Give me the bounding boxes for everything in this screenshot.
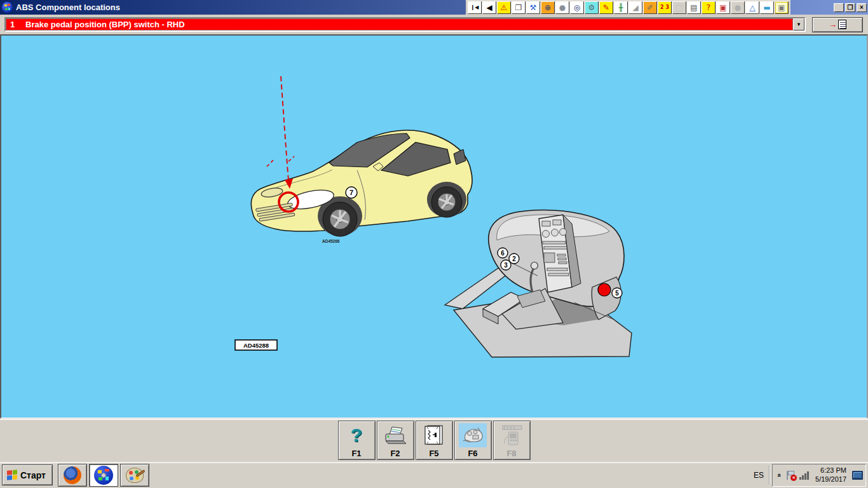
f5-wiring-diagrams-button[interactable]: F5 (416, 421, 453, 460)
warning-icon: ⚠ (501, 4, 508, 11)
svg-text:2: 2 (512, 255, 516, 262)
dashboard-illustration: 6 2 3 5 (445, 210, 632, 357)
window-title: ABS Component locations (16, 3, 120, 12)
globe-button[interactable]: ⊕ (541, 1, 555, 14)
marker-pen-button[interactable]: ✎ (599, 1, 613, 14)
gears-icon: ⚙ (588, 4, 595, 11)
start-label: Старт (20, 470, 46, 480)
printer-icon (383, 425, 407, 445)
vehicle-view-button[interactable]: ▬ (760, 1, 774, 14)
vehicle-lift-icon: ╫ (618, 4, 623, 11)
tray-divider (769, 466, 770, 485)
callout-3: 3 (501, 260, 511, 270)
alert-x-badge: × (790, 475, 797, 481)
warning-button[interactable]: ⚠ (497, 1, 511, 14)
network-signal-icon[interactable] (799, 471, 809, 480)
tray-box: « × 6:23 PM 5/19/2017 (772, 464, 866, 487)
app-icon (2, 2, 13, 13)
ramp-button[interactable]: ◢ (628, 1, 642, 14)
screwdriver-icon: ✐ (647, 4, 653, 11)
gears-button[interactable]: ⚙ (585, 1, 599, 14)
nav-first-icon: ❙◀ (471, 5, 479, 10)
mouse-button[interactable]: ● (555, 1, 569, 14)
abs-warning-sign-icon: △ (749, 4, 755, 11)
f8-datalogger-button: F8 (493, 421, 531, 460)
callout-7: 7 (346, 187, 357, 198)
f6-label: F6 (468, 449, 477, 458)
restore-button[interactable]: ❐ (845, 3, 855, 12)
nav-back-button[interactable]: ◀ (482, 1, 496, 14)
car-inspect-icon: ▤ (690, 4, 697, 11)
counter-23-icon: 2 3 (660, 5, 669, 10)
minimize-button[interactable]: _ (834, 3, 844, 12)
abs-warning-sign-button[interactable]: △ (745, 1, 759, 14)
f6-component-locations-button[interactable]: F6 (454, 421, 492, 460)
nav-back-icon: ◀ (486, 4, 492, 11)
car-illustration: 7 AD45266 (251, 76, 472, 243)
dropdown-arrow-button[interactable]: ▼ (793, 18, 804, 30)
f2-print-button[interactable]: F2 (377, 421, 414, 460)
callout-6: 6 (498, 248, 508, 258)
vehicle-lift-button[interactable]: ╫ (614, 1, 628, 14)
tray-time: 6:23 PM (820, 466, 846, 474)
empty-slot-icon: □ (675, 4, 682, 11)
f8-label: F8 (506, 449, 516, 458)
counter-23-button[interactable]: 2 3 (658, 1, 672, 14)
quick-launch (58, 464, 149, 487)
window-controls: _ ❐ × (834, 3, 867, 12)
steering-wheel-icon: ◎ (574, 4, 580, 11)
chevron-down-icon: ▼ (796, 22, 801, 27)
tools-button[interactable]: ⚒ (526, 1, 540, 14)
taskbar: Старт ES « × 6:23 PM 5/1 (0, 462, 868, 488)
device-active-button[interactable]: ▣ (775, 1, 789, 14)
language-indicator[interactable]: ES (749, 471, 769, 480)
f5-label: F5 (429, 449, 438, 458)
wheel-disabled-button: ● (731, 1, 745, 14)
minimize-icon: _ (837, 6, 841, 12)
component-dropdown[interactable]: 1 Brake pedal position (BPP) switch - RH… (4, 17, 806, 32)
component-locations-icon (460, 424, 485, 447)
component-label: Brake pedal position (BPP) switch - RHD (25, 20, 185, 29)
clock[interactable]: 6:23 PM 5/19/2017 (813, 466, 846, 484)
function-key-bar: ? F1 F2 F5 (0, 419, 868, 462)
copy-view-button[interactable]: ❐ (512, 1, 526, 14)
ramp-icon: ◢ (632, 4, 638, 11)
hide-icons-chevron[interactable]: « (776, 473, 783, 477)
security-alert-flag-icon[interactable]: × (785, 470, 796, 480)
paint-palette-icon (126, 468, 144, 483)
front-wheel (323, 202, 357, 236)
titlebar: ABS Component locations ❙◀◀⚠❐⚒⊕●◎⚙✎╫◢✐2 … (0, 0, 868, 15)
component-location-figure: 7 AD45266 (1, 36, 867, 417)
empty-slot-button: □ (672, 1, 686, 14)
f1-help-button[interactable]: ? F1 (338, 421, 376, 460)
f2-label: F2 (390, 449, 400, 458)
paint-taskbar-button[interactable] (120, 464, 149, 487)
steering-wheel-button[interactable]: ◎ (570, 1, 584, 14)
help-vehicle-button[interactable]: ? (702, 1, 715, 14)
svg-text:AD45288: AD45288 (243, 342, 269, 349)
firefox-taskbar-button[interactable] (58, 464, 87, 487)
help-vehicle-icon: ? (707, 4, 710, 11)
windows-logo-icon (7, 470, 17, 480)
svg-text:3: 3 (504, 262, 508, 269)
f1-label: F1 (351, 449, 361, 458)
close-button[interactable]: × (857, 3, 867, 12)
nav-first-button[interactable]: ❙◀ (468, 1, 482, 14)
dtc-vehicle-button[interactable]: ▣ (716, 1, 730, 14)
fis-app-taskbar-button[interactable] (89, 464, 118, 487)
svg-text:6: 6 (501, 250, 505, 257)
dtc-vehicle-icon: ▣ (719, 4, 726, 11)
marker-pen-icon: ✎ (603, 4, 609, 11)
show-list-button[interactable]: → (812, 17, 863, 32)
list-document-icon (838, 20, 846, 29)
svg-text:5: 5 (615, 290, 619, 297)
tools-icon: ⚒ (530, 4, 537, 11)
component-dropdown-value[interactable]: 1 Brake pedal position (BPP) switch - RH… (6, 18, 793, 30)
screwdriver-button[interactable]: ✐ (643, 1, 657, 14)
copy-view-icon: ❐ (515, 4, 522, 11)
display-settings-icon[interactable] (852, 471, 863, 480)
red-arrow-icon: → (829, 20, 837, 29)
start-button[interactable]: Старт (2, 464, 53, 485)
car-inspect-button[interactable]: ▤ (687, 1, 701, 14)
illustration-canvas[interactable]: 7 AD45266 (0, 34, 868, 419)
